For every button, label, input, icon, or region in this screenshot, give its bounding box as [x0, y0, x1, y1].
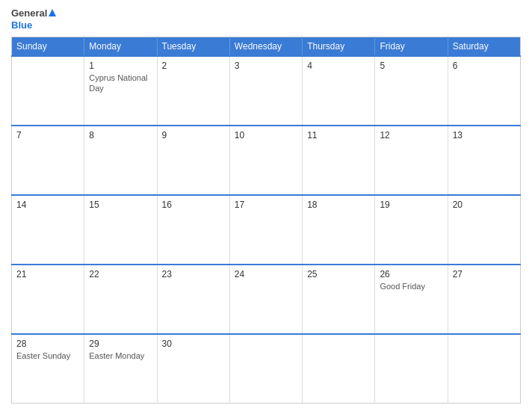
day-number: 15	[89, 200, 152, 210]
weekday-header-saturday: Saturday	[448, 37, 520, 57]
calendar-cell: 9	[157, 126, 229, 195]
day-number: 1	[89, 61, 152, 71]
calendar-cell	[375, 334, 448, 404]
day-number: 28	[16, 339, 79, 349]
calendar-week-row: 28Easter Sunday29Easter Monday30	[12, 334, 521, 404]
day-number: 3	[235, 61, 297, 71]
header: General Blue	[11, 7, 521, 31]
day-number: 6	[453, 61, 516, 71]
calendar-week-row: 14151617181920	[12, 195, 521, 265]
calendar-body: 1Cyprus National Day23456789101112131415…	[12, 56, 521, 403]
weekday-header-friday: Friday	[375, 37, 448, 57]
calendar-cell: 16	[157, 195, 229, 265]
svg-marker-0	[49, 9, 56, 16]
day-number: 16	[162, 200, 225, 210]
weekday-header-thursday: Thursday	[303, 37, 375, 57]
calendar-cell	[303, 334, 375, 404]
weekday-header-tuesday: Tuesday	[157, 37, 229, 57]
logo: General Blue	[11, 7, 56, 31]
calendar-cell: 25	[303, 265, 375, 334]
calendar-cell: 1Cyprus National Day	[84, 56, 157, 126]
calendar-cell: 26Good Friday	[375, 265, 448, 334]
calendar-cell: 19	[375, 195, 448, 265]
day-number: 8	[89, 130, 152, 140]
calendar-cell: 18	[303, 195, 375, 265]
weekday-header-wednesday: Wednesday	[229, 37, 302, 57]
calendar-week-row: 1Cyprus National Day23456	[12, 56, 521, 126]
calendar-cell: 15	[84, 195, 157, 265]
calendar-cell: 6	[448, 56, 520, 126]
calendar-cell: 20	[448, 195, 520, 265]
day-number: 25	[307, 269, 370, 279]
day-number: 27	[453, 269, 516, 279]
day-number: 26	[380, 269, 442, 279]
calendar-table: SundayMondayTuesdayWednesdayThursdayFrid…	[11, 37, 521, 404]
day-number: 10	[235, 130, 297, 140]
day-number: 9	[162, 130, 225, 140]
calendar-cell: 28Easter Sunday	[12, 334, 84, 404]
calendar-cell: 3	[229, 56, 302, 126]
day-number: 30	[162, 339, 225, 349]
day-number: 23	[162, 269, 225, 279]
day-number: 18	[307, 200, 370, 210]
day-number: 24	[235, 269, 297, 279]
day-number: 17	[235, 200, 297, 210]
calendar-cell: 5	[375, 56, 448, 126]
calendar-page: General Blue SundayMondayTuesdayWednesda…	[0, 0, 532, 411]
calendar-cell: 14	[12, 195, 84, 265]
calendar-cell: 4	[303, 56, 375, 126]
logo-blue-text: Blue	[11, 19, 56, 31]
calendar-cell: 10	[229, 126, 302, 195]
day-number: 2	[162, 61, 225, 71]
day-number: 20	[453, 200, 516, 210]
weekday-header-row: SundayMondayTuesdayWednesdayThursdayFrid…	[12, 37, 521, 57]
day-number: 4	[307, 61, 370, 71]
day-number: 7	[16, 130, 79, 140]
weekday-header-monday: Monday	[84, 37, 157, 57]
logo-general-text: General	[11, 7, 47, 19]
event-label: Cyprus National Day	[89, 72, 152, 94]
calendar-cell: 7	[12, 126, 84, 195]
calendar-cell	[12, 56, 84, 126]
day-number: 19	[380, 200, 442, 210]
calendar-cell: 11	[303, 126, 375, 195]
calendar-cell: 8	[84, 126, 157, 195]
day-number: 21	[16, 269, 79, 279]
calendar-cell: 22	[84, 265, 157, 334]
logo-container: General Blue	[11, 7, 56, 31]
event-label: Good Friday	[380, 281, 442, 291]
calendar-cell	[229, 334, 302, 404]
calendar-cell: 13	[448, 126, 520, 195]
weekday-header-sunday: Sunday	[12, 37, 84, 57]
day-number: 13	[453, 130, 516, 140]
calendar-cell: 17	[229, 195, 302, 265]
calendar-cell: 30	[157, 334, 229, 404]
day-number: 29	[89, 339, 152, 349]
calendar-cell: 23	[157, 265, 229, 334]
calendar-week-row: 212223242526Good Friday27	[12, 265, 521, 334]
calendar-cell: 24	[229, 265, 302, 334]
calendar-cell: 29Easter Monday	[84, 334, 157, 404]
logo-triangle-icon	[49, 9, 56, 16]
day-number: 22	[89, 269, 152, 279]
calendar-week-row: 78910111213	[12, 126, 521, 195]
day-number: 12	[380, 130, 442, 140]
day-number: 14	[16, 200, 79, 210]
calendar-cell: 27	[448, 265, 520, 334]
calendar-cell: 21	[12, 265, 84, 334]
calendar-cell: 12	[375, 126, 448, 195]
calendar-cell: 2	[157, 56, 229, 126]
event-label: Easter Monday	[89, 350, 152, 361]
day-number: 11	[307, 130, 370, 140]
event-label: Easter Sunday	[16, 350, 79, 361]
calendar-cell	[448, 334, 520, 404]
day-number: 5	[380, 61, 442, 71]
